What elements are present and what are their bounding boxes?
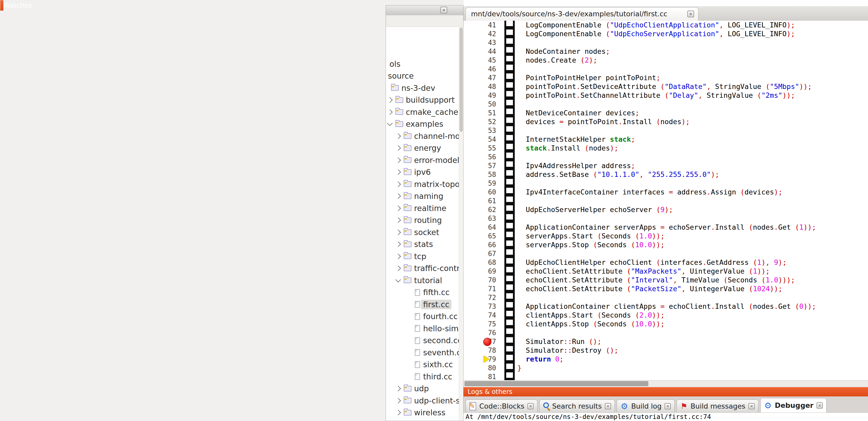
chevron-right-icon[interactable] <box>396 133 401 139</box>
line-number[interactable]: 63 <box>464 214 496 223</box>
tree-item-buildsupport[interactable]: buildsupport <box>386 94 459 106</box>
editor-tab-first.cc[interactable]: mnt/dev/tools/source/ns-3-dev/examples/t… <box>466 7 699 21</box>
line-number[interactable]: 71 <box>464 285 496 293</box>
tree-item-realtime[interactable]: realtime <box>386 202 459 215</box>
line-number[interactable]: 70 <box>464 276 496 285</box>
tree-item-ipv6[interactable]: ipv6 <box>386 166 459 179</box>
line-number[interactable]: 51 <box>464 108 496 118</box>
line-number[interactable]: 72 <box>464 293 496 302</box>
chevron-right-icon[interactable] <box>396 169 401 175</box>
tree-item-hello-simul[interactable]: hello-simul <box>386 322 459 335</box>
line-number[interactable]: 48 <box>464 82 496 91</box>
line-number[interactable]: 44 <box>464 47 496 56</box>
tree-item-seventh.cc[interactable]: seventh.cc <box>386 347 459 359</box>
line-number[interactable]: 56 <box>464 153 496 161</box>
close-icon[interactable]: ✕ <box>605 403 611 409</box>
chevron-right-icon[interactable] <box>396 266 401 271</box>
tree-item-second.cc[interactable]: second.cc <box>386 335 459 347</box>
close-icon[interactable]: ✕ <box>816 402 823 409</box>
log-tab-debugger[interactable]: ⚙Debugger✕ <box>760 398 827 413</box>
watches-titlebar[interactable]: Watches <box>0 0 3 10</box>
chevron-right-icon[interactable] <box>396 218 401 223</box>
tree-item-energy[interactable]: energy <box>386 142 459 154</box>
chevron-right-icon[interactable] <box>396 205 401 211</box>
tree-item-traffic-contro[interactable]: traffic-contro <box>386 262 459 274</box>
tree-item-wireless[interactable]: wireless <box>386 407 459 419</box>
close-icon[interactable]: ✕ <box>748 403 755 409</box>
line-number[interactable]: 68 <box>464 258 496 267</box>
logs-panel-titlebar[interactable]: Logs & others <box>464 387 868 396</box>
line-number[interactable]: 59 <box>464 179 496 188</box>
line-number[interactable]: 60 <box>464 188 496 197</box>
tree-item-tcp[interactable]: tcp <box>386 250 459 262</box>
line-number[interactable]: 43 <box>464 38 496 47</box>
tree-item-fifth.cc[interactable]: fifth.cc <box>386 287 459 299</box>
editor-horizontal-scrollbar[interactable] <box>464 380 868 387</box>
chevron-right-icon[interactable] <box>396 254 401 259</box>
line-number[interactable]: 52 <box>464 118 496 126</box>
line-number[interactable]: 81 <box>464 373 496 380</box>
tree-item-matrix-topolo[interactable]: matrix-topolo <box>386 178 459 190</box>
tree-item-socket[interactable]: socket <box>386 226 459 238</box>
line-number[interactable]: 65 <box>464 232 496 240</box>
chevron-right-icon[interactable] <box>396 230 401 235</box>
line-number[interactable]: 62 <box>464 205 496 214</box>
tree-pane-caption[interactable] <box>386 5 463 15</box>
line-number[interactable]: 57 <box>464 161 496 170</box>
tree-item-naming[interactable]: naming <box>386 190 459 202</box>
tree-item-examples[interactable]: examples <box>386 118 459 130</box>
log-tab-search-results[interactable]: Search results✕ <box>539 399 615 413</box>
tree-item-tutorial[interactable]: tutorial <box>386 274 459 287</box>
tree-item-channel-mode[interactable]: channel-mode <box>386 130 459 142</box>
line-number[interactable]: 50 <box>464 100 496 108</box>
line-number[interactable]: 66 <box>464 240 496 249</box>
close-icon[interactable]: ✕ <box>664 403 671 409</box>
chevron-right-icon[interactable] <box>396 145 401 151</box>
log-tab-build-log[interactable]: ⚙Build log✕ <box>617 399 675 413</box>
scrollbar-thumb[interactable] <box>460 28 463 132</box>
chevron-down-icon[interactable] <box>387 121 393 126</box>
line-number[interactable]: 67 <box>464 249 496 258</box>
line-number[interactable]: 45 <box>464 56 496 65</box>
chevron-right-icon[interactable] <box>396 182 401 187</box>
tree-item-third.cc[interactable]: third.cc <box>386 370 459 383</box>
line-number[interactable]: 78 <box>464 346 496 355</box>
line-number[interactable]: 69 <box>464 267 496 276</box>
tree-item-ns-3-dev[interactable]: ns-3-dev <box>386 82 459 94</box>
line-number[interactable]: 55 <box>464 144 496 153</box>
tree-item-sixth.cc[interactable]: sixth.cc <box>386 359 459 371</box>
tree-item-stats[interactable]: stats <box>386 238 459 251</box>
chevron-right-icon[interactable] <box>396 158 401 163</box>
chevron-right-icon[interactable] <box>396 410 401 415</box>
line-number[interactable]: 47 <box>464 73 496 82</box>
breakpoint-icon[interactable] <box>483 338 492 346</box>
chevron-right-icon[interactable] <box>396 193 401 199</box>
line-number[interactable]: 80 <box>464 364 496 373</box>
close-icon[interactable]: ✕ <box>687 10 694 17</box>
chevron-right-icon[interactable] <box>387 109 393 115</box>
line-number[interactable]: 53 <box>464 126 496 135</box>
close-icon[interactable]: ✕ <box>440 7 447 13</box>
line-number[interactable]: 49 <box>464 91 496 100</box>
close-icon[interactable]: ✕ <box>527 403 534 409</box>
line-number[interactable]: 61 <box>464 197 496 205</box>
tree-item-routing[interactable]: routing <box>386 215 459 227</box>
line-number[interactable]: 73 <box>464 302 496 311</box>
log-tab-code-blocks[interactable]: Code::Blocks✕ <box>466 399 537 413</box>
scrollbar-thumb[interactable] <box>465 381 648 386</box>
tree-item-udp[interactable]: udp <box>386 383 459 395</box>
line-number[interactable]: 74 <box>464 311 496 320</box>
chevron-right-icon[interactable] <box>387 97 393 103</box>
tree-item-source[interactable]: source <box>386 70 459 82</box>
log-tab-build-messages[interactable]: ⚑Build messages✕ <box>677 399 758 413</box>
line-number[interactable]: 64 <box>464 223 496 232</box>
tree-item-ols[interactable]: ols <box>386 58 459 70</box>
line-number[interactable]: 46 <box>464 65 496 73</box>
line-number[interactable]: 58 <box>464 170 496 179</box>
tree-item-fourth.cc[interactable]: fourth.cc <box>386 311 459 323</box>
chevron-down-icon[interactable] <box>396 277 401 282</box>
chevron-right-icon[interactable] <box>396 398 401 403</box>
tree-vertical-scrollbar[interactable] <box>459 27 463 420</box>
line-number[interactable]: 54 <box>464 135 496 144</box>
line-number[interactable]: 42 <box>464 30 496 38</box>
